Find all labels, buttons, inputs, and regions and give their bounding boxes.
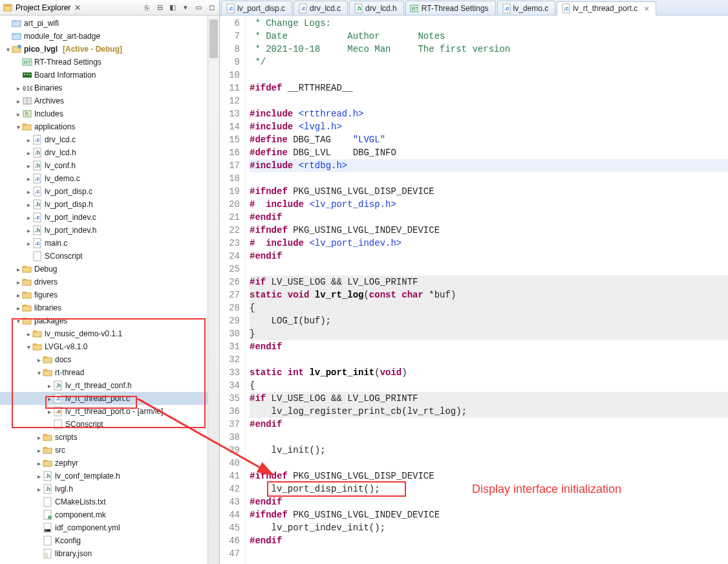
code-line[interactable]: static void lv_rt_log(const char *buf) [250, 288, 728, 301]
tree-twisty-icon[interactable]: ▸ [14, 292, 22, 299]
tree-item[interactable]: CMakeLists.txt [0, 495, 219, 508]
project-tree[interactable]: art_pi_wifimodule_for_art-badge▾pico_lvg… [0, 16, 219, 564]
tree-item[interactable]: SConscript [0, 418, 219, 431]
editor-tab[interactable]: .cdrv_lcd.c [294, 1, 348, 15]
tree-item[interactable]: ▸.hlv_conf_template.h [0, 470, 219, 483]
code-line[interactable]: #define DBG_LVL DBG_INFO [250, 146, 728, 159]
tree-twisty-icon[interactable]: ▾ [14, 124, 22, 131]
tree-twisty-icon[interactable]: ▸ [14, 98, 22, 105]
tree-twisty-icon[interactable]: ▸ [35, 486, 43, 493]
tree-item[interactable]: ▾rt-thread [0, 366, 219, 379]
code-line[interactable]: lv_log_register_print_cb(lv_rt_log); [250, 405, 728, 418]
tree-item[interactable]: Kconfig [0, 534, 219, 547]
code-line[interactable] [250, 94, 728, 107]
code-line[interactable]: #ifndef PKG_USING_LVGL_INDEV_DEVICE [250, 224, 728, 237]
tree-twisty-icon[interactable]: ▸ [45, 408, 53, 415]
tree-item[interactable]: ▾applications [0, 120, 219, 133]
code-line[interactable]: #ifndef PKG_USING_LVGL_INDEV_DEVICE [250, 508, 728, 521]
code-line[interactable]: #endif [250, 495, 728, 508]
tree-item[interactable]: ▸010Binaries [0, 81, 219, 94]
tree-item[interactable]: ▸figures [0, 288, 219, 301]
scrollbar-thumb[interactable] [209, 19, 218, 58]
tree-item[interactable]: {}library.json [0, 547, 219, 560]
tree-item[interactable]: ▸zephyr [0, 457, 219, 470]
tree-item[interactable]: ▸.cmain.c [0, 237, 219, 250]
link-with-editor-icon[interactable]: ⎘ [142, 3, 152, 13]
tree-twisty-icon[interactable]: ▾ [4, 46, 12, 53]
editor-tab[interactable]: .clv_demo.c [497, 1, 556, 15]
tree-twisty-icon[interactable]: ▸ [35, 434, 43, 441]
code-line[interactable]: * 2021-10-18 Meco Man The first version [250, 43, 728, 56]
tree-item[interactable]: ▸.hlv_conf.h [0, 159, 219, 172]
focus-icon[interactable]: ◧ [167, 3, 178, 13]
editor-tab[interactable]: RTRT-Thread Settings [405, 1, 496, 15]
code-editor[interactable]: 6789101112131415161718192021222324252627… [220, 16, 728, 564]
tree-twisty-icon[interactable]: ▸ [14, 305, 22, 312]
tree-twisty-icon[interactable]: ▸ [25, 214, 32, 221]
code-line[interactable]: */ [250, 56, 728, 69]
code-line[interactable] [250, 172, 728, 185]
code-line[interactable]: * Date Author Notes [250, 30, 728, 43]
code-line[interactable]: #define DBG_TAG "LVGL" [250, 133, 728, 146]
tree-item[interactable]: ▾packages [0, 314, 219, 327]
tree-item[interactable]: ▸lv_music_demo-v0.1.1 [0, 327, 219, 340]
view-menu-icon[interactable]: ▾ [180, 3, 191, 13]
code-line[interactable]: #endif [250, 340, 728, 353]
close-tab-icon[interactable]: ✕ [644, 5, 649, 12]
tree-item[interactable]: ▸.hlv_port_indev.h [0, 224, 219, 237]
code-line[interactable]: #include <rtthread.h> [250, 107, 728, 120]
close-view-icon[interactable]: ✕ [74, 3, 81, 12]
code-line[interactable]: static int lv_port_init(void) [250, 366, 728, 379]
tree-twisty-icon[interactable]: ▸ [25, 149, 32, 157]
tree-twisty-icon[interactable]: ▸ [14, 279, 22, 286]
tree-item[interactable]: ▸Archives [0, 94, 219, 107]
code-line[interactable]: #if LV_USE_LOG && LV_LOG_PRINTF [250, 392, 728, 405]
tree-item[interactable]: ▸.clv_port_indev.c [0, 211, 219, 224]
tree-item[interactable]: ▸src [0, 444, 219, 457]
code-line[interactable]: #ifdef __RTTHREAD__ [250, 81, 728, 94]
tree-item[interactable]: art_pi_wifi [0, 17, 219, 30]
tree-twisty-icon[interactable]: ▸ [45, 395, 53, 402]
code-line[interactable]: } [250, 327, 728, 340]
tree-item[interactable]: module_for_art-badge [0, 30, 219, 43]
tree-twisty-icon[interactable]: ▾ [14, 318, 22, 325]
code-line[interactable]: # include <lv_port_indev.h> [250, 237, 728, 250]
code-line[interactable]: #endif [250, 534, 728, 547]
code-line[interactable]: #if LV_USE_LOG && LV_LOG_PRINTF [250, 276, 728, 288]
editor-tab[interactable]: .clv_rt_thread_port.c✕ [557, 1, 656, 16]
tree-item[interactable]: SConscript [0, 250, 219, 263]
code-line[interactable]: lv_port_indev_init(); [250, 521, 728, 534]
tree-item[interactable]: ▸.clv_demo.c [0, 172, 219, 185]
tree-twisty-icon[interactable]: ▾ [25, 343, 32, 351]
tree-item[interactable]: ▸.clv_rt_thread_port.c [0, 392, 219, 405]
tree-item[interactable]: ▸Debug [0, 263, 219, 276]
code-line[interactable] [250, 547, 728, 560]
tree-twisty-icon[interactable]: ▸ [35, 473, 43, 480]
maximize-icon[interactable]: ◻ [206, 3, 217, 13]
minimize-icon[interactable]: ▭ [193, 3, 204, 13]
code-line[interactable]: #endif [250, 418, 728, 431]
code-line[interactable]: { [250, 379, 728, 392]
tree-item[interactable]: ▸.hdrv_lcd.h [0, 146, 219, 159]
tree-item[interactable]: ▸.cdrv_lcd.c [0, 133, 219, 146]
tree-item[interactable]: ▾pico_lvgl[Active - Debug] [0, 43, 219, 56]
code-line[interactable]: #include <rtdbg.h> [250, 159, 728, 172]
code-line[interactable]: # include <lv_port_disp.h> [250, 198, 728, 211]
tree-twisty-icon[interactable]: ▸ [25, 188, 32, 195]
code-area[interactable]: * Change Logs: * Date Author Notes * 202… [246, 16, 728, 564]
code-line[interactable]: #ifndef PKG_USING_LVGL_DISP_DEVICE [250, 185, 728, 198]
tree-item[interactable]: ▸docs [0, 353, 219, 366]
tree-item[interactable]: Board Information [0, 69, 219, 81]
tree-item[interactable]: ▸.hlvgl.h [0, 483, 219, 495]
tree-twisty-icon[interactable]: ▸ [14, 266, 22, 273]
tree-twisty-icon[interactable]: ▸ [25, 240, 32, 247]
code-line[interactable]: lv_init(); [250, 444, 728, 457]
tree-item[interactable]: ▾LVGL-v8.1.0 [0, 340, 219, 353]
code-line[interactable]: { [250, 301, 728, 314]
code-line[interactable]: #include <lvgl.h> [250, 120, 728, 133]
code-line[interactable]: #endif [250, 250, 728, 263]
code-line[interactable] [250, 69, 728, 81]
editor-tab[interactable]: .hdrv_lcd.h [349, 1, 404, 15]
tree-item[interactable]: ▸hIncludes [0, 107, 219, 120]
tree-twisty-icon[interactable]: ▾ [35, 369, 43, 376]
